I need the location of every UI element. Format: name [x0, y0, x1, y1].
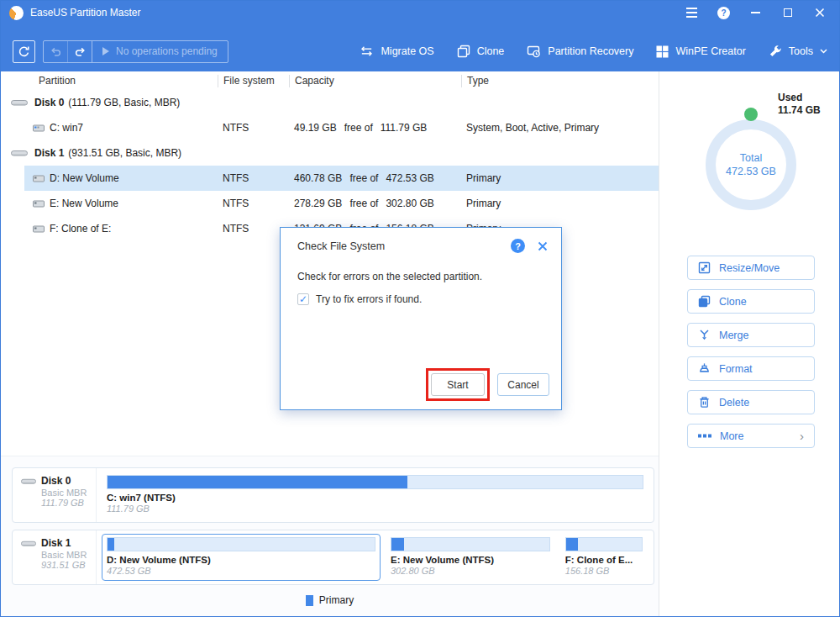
- column-file-system: File system: [218, 75, 289, 87]
- total-capacity-label: Total 472.53 GB: [706, 119, 796, 210]
- disk1-panel: Disk 1 Basic MBR 931.51 GB D: New Volume…: [12, 530, 654, 585]
- dialog-title: Check File System: [297, 240, 385, 252]
- dialog-message: Check for errors on the selected partiti…: [281, 253, 561, 282]
- more-button[interactable]: More ›: [687, 424, 815, 448]
- annotation-highlight-box: Start: [426, 368, 490, 401]
- column-partition: Partition: [1, 75, 218, 87]
- used-space-bar: [391, 538, 404, 551]
- disk-icon: [11, 149, 28, 157]
- partition-icon: [33, 224, 45, 234]
- format-button[interactable]: Format: [687, 356, 815, 381]
- fix-errors-checkbox-row[interactable]: ✓ Try to fix errors if found.: [281, 282, 561, 305]
- used-space-bar: [108, 476, 407, 488]
- app-window: EaseUS Partition Master ? No operation: [0, 0, 840, 617]
- primary-legend-swatch: [306, 595, 313, 606]
- chevron-right-icon: ›: [800, 430, 804, 442]
- clone-icon: [457, 45, 470, 58]
- resize-move-button[interactable]: Resize/Move: [687, 256, 815, 280]
- partition-block-d-selected[interactable]: D: New Volume (NTFS) 472.53 GB: [102, 534, 381, 581]
- disk1-info[interactable]: Disk 1 Basic MBR 931.51 GB: [13, 530, 97, 584]
- play-icon: [102, 47, 109, 55]
- minimize-button[interactable]: [749, 7, 762, 19]
- clone-action-button[interactable]: Clone: [687, 289, 815, 314]
- merge-icon: [698, 329, 711, 341]
- merge-button[interactable]: Merge: [687, 323, 815, 347]
- partition-block-c[interactable]: C: win7 (NTFS) 111.79 GB: [102, 472, 648, 519]
- partition-block-f[interactable]: F: Clone of E... 156.18 GB: [560, 534, 648, 581]
- partition-icon: [33, 124, 45, 133]
- more-icon: [698, 434, 711, 438]
- cancel-button[interactable]: Cancel: [497, 373, 549, 396]
- maximize-button[interactable]: [781, 7, 794, 19]
- format-icon: [698, 362, 711, 375]
- help-icon[interactable]: ?: [717, 7, 730, 19]
- table-row-d-selected[interactable]: D: New Volume NTFS 460.78 GBfree of472.5…: [24, 166, 659, 191]
- primary-legend-label: Primary: [319, 594, 354, 606]
- refresh-button[interactable]: [13, 40, 35, 63]
- column-type: Type: [461, 75, 659, 87]
- disk-icon: [21, 540, 36, 547]
- disk-icon: [21, 477, 36, 485]
- delete-icon: [698, 396, 711, 409]
- menu-list-icon[interactable]: [685, 7, 698, 19]
- tools-button[interactable]: Tools: [769, 45, 827, 58]
- checkbox-checked[interactable]: ✓: [297, 293, 309, 305]
- table-row-disk0[interactable]: Disk 0(111.79 GB, Basic, MBR): [1, 90, 659, 115]
- partition-recovery-icon: [527, 45, 541, 58]
- partition-recovery-button[interactable]: Partition Recovery: [527, 45, 633, 58]
- app-title: EaseUS Partition Master: [30, 7, 140, 18]
- partition-block-e[interactable]: E: New Volume (NTFS) 302.80 GB: [386, 534, 555, 581]
- table-header: Partition File system Capacity Type: [1, 71, 659, 90]
- app-logo-icon: [9, 6, 24, 20]
- disk0-panel: Disk 0 Basic MBR 111.79 GB C: win7 (NTFS…: [12, 467, 654, 523]
- disk1-scheme: Basic MBR: [21, 550, 96, 560]
- table-row-c[interactable]: C: win7 NTFS 49.19 GBfree of111.79 GB Sy…: [1, 115, 659, 140]
- resize-move-icon: [698, 261, 711, 274]
- disk-map: Disk 0 Basic MBR 111.79 GB C: win7 (NTFS…: [1, 456, 659, 616]
- table-row-e[interactable]: E: New Volume NTFS 278.29 GBfree of302.8…: [1, 191, 659, 216]
- winpe-creator-button[interactable]: WinPE Creator: [656, 45, 745, 58]
- table-row-disk1[interactable]: Disk 1(931.51 GB, Basic, MBR): [1, 140, 659, 166]
- titlebar: EaseUS Partition Master ?: [1, 1, 839, 24]
- column-capacity: Capacity: [289, 75, 461, 87]
- clone-icon: [698, 295, 711, 308]
- disk0-info[interactable]: Disk 0 Basic MBR 111.79 GB: [13, 468, 97, 522]
- disk1-size: 931.51 GB: [21, 560, 96, 570]
- redo-button[interactable]: [68, 41, 92, 62]
- start-button[interactable]: Start: [431, 373, 485, 396]
- operations-group: No operations pending: [43, 40, 228, 63]
- legend: Primary: [1, 594, 659, 606]
- pending-operations-button[interactable]: No operations pending: [92, 41, 228, 62]
- pending-operations-label: No operations pending: [116, 45, 218, 57]
- clone-button[interactable]: Clone: [457, 45, 505, 58]
- partition-icon: [33, 199, 45, 208]
- dialog-help-icon[interactable]: ?: [511, 239, 525, 253]
- disk0-scheme: Basic MBR: [21, 488, 96, 498]
- checkbox-label: Try to fix errors if found.: [316, 293, 422, 305]
- migrate-os-button[interactable]: Migrate OS: [360, 45, 433, 57]
- used-space-bar: [566, 538, 578, 551]
- migrate-os-icon: [360, 45, 374, 57]
- undo-button[interactable]: [44, 41, 68, 62]
- tools-icon: [769, 45, 782, 58]
- disk-icon: [11, 98, 28, 107]
- toolbar: No operations pending Migrate OS Clone P…: [1, 24, 839, 71]
- winpe-creator-icon: [656, 45, 669, 58]
- delete-button[interactable]: Delete: [687, 390, 815, 414]
- partition-icon: [33, 174, 45, 183]
- dialog-close-icon[interactable]: [538, 241, 548, 251]
- disk0-size: 111.79 GB: [21, 498, 96, 508]
- used-capacity-label: Used 11.74 GB: [778, 92, 821, 117]
- check-file-system-dialog: Check File System ? Check for errors on …: [280, 227, 562, 410]
- chevron-down-icon: [820, 49, 827, 54]
- sidebar: Used 11.74 GB Total 472.53 GB Resize/Mov…: [659, 71, 839, 616]
- close-button[interactable]: [813, 7, 826, 19]
- used-space-bar: [108, 538, 114, 551]
